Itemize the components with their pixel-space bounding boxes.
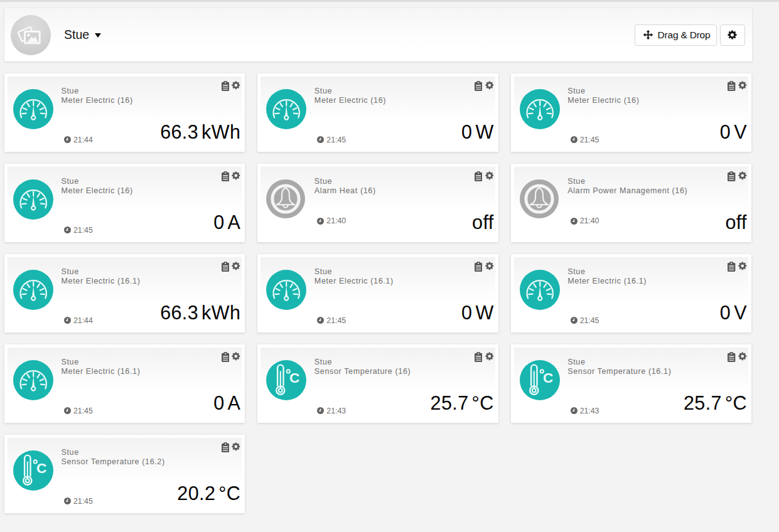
svg-text:C: C bbox=[543, 371, 553, 386]
svg-text:C: C bbox=[36, 461, 46, 477]
svg-text:C: C bbox=[289, 371, 299, 386]
